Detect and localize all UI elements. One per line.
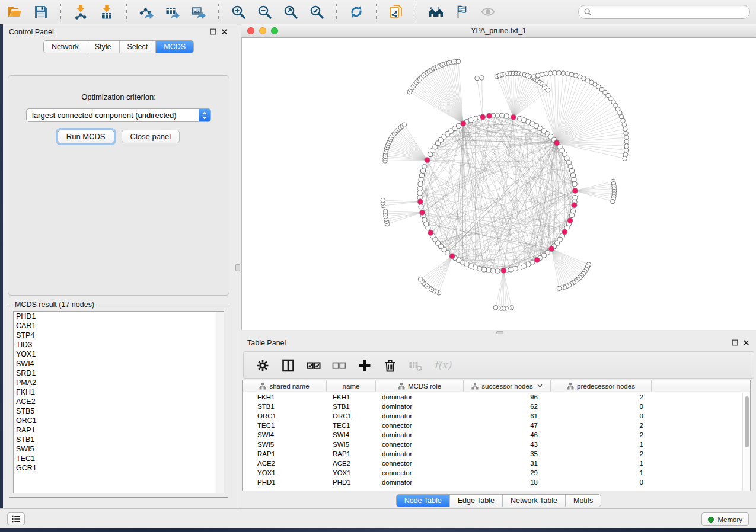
network-canvas[interactable]	[241, 38, 756, 330]
scrollbar-thumb[interactable]	[745, 396, 749, 447]
show-all-button[interactable]	[479, 3, 497, 21]
table-row[interactable]: SWI4SWI4dominator462	[243, 430, 750, 440]
column-header-shared-name[interactable]: shared name	[243, 380, 327, 392]
save-session-button[interactable]	[32, 3, 50, 21]
horizontal-splitter[interactable]	[241, 330, 756, 335]
zoom-fit-icon	[283, 4, 298, 20]
close-icon[interactable]	[221, 28, 228, 36]
tab-style[interactable]: Style	[87, 41, 120, 53]
table-row[interactable]: TEC1TEC1connector472	[243, 421, 750, 430]
table-options-button[interactable]	[254, 357, 270, 373]
mcds-result-item[interactable]: SWI5	[14, 444, 224, 454]
mcds-result-item[interactable]: ORC1	[14, 416, 224, 425]
first-neighbors-button[interactable]	[427, 3, 445, 21]
zoom-selected-button[interactable]	[308, 3, 326, 21]
run-mcds-button[interactable]: Run MCDS	[58, 130, 114, 143]
tab-network-table[interactable]: Network Table	[503, 495, 566, 507]
network-window-titlebar: YPA_prune.txt_1	[241, 24, 756, 38]
toggle-columns-button[interactable]	[280, 357, 295, 373]
float-icon[interactable]	[209, 28, 217, 36]
mcds-result-item[interactable]: STB1	[14, 435, 224, 444]
table-header: shared namenameMCDS rolesuccessor nodesp…	[243, 380, 750, 392]
zoom-selected-icon	[309, 4, 324, 20]
apply-layout-icon	[349, 4, 364, 20]
column-header-name[interactable]: name	[327, 380, 376, 392]
mcds-result-item[interactable]: FKH1	[14, 387, 224, 397]
column-header-predecessor-nodes[interactable]: predecessor nodes	[551, 380, 652, 392]
zoom-out-button[interactable]	[256, 3, 273, 21]
memory-button[interactable]: Memory	[701, 512, 749, 526]
float-icon[interactable]	[731, 339, 739, 347]
tab-mcds[interactable]: MCDS	[156, 41, 193, 53]
toolbar-separator	[126, 4, 127, 20]
import-table-button[interactable]	[98, 3, 116, 21]
hide-selected-button[interactable]	[453, 3, 471, 21]
optimization-criterion-select[interactable]: largest connected component (undirected)	[26, 108, 211, 122]
table-scrollbar[interactable]	[742, 393, 750, 491]
mcds-result-item[interactable]: SRD1	[14, 368, 224, 378]
main-toolbar	[0, 0, 756, 24]
mcds-result-item[interactable]: STP4	[14, 331, 224, 340]
close-panel-button[interactable]: Close panel	[122, 130, 180, 143]
deselect-all-rows-button[interactable]	[331, 357, 346, 373]
import-network-button[interactable]	[72, 3, 90, 21]
minimize-window-icon[interactable]	[259, 27, 266, 34]
table-body: FKH1FKH1dominator962STB1STB1dominator620…	[243, 392, 750, 487]
mcds-result-item[interactable]: TEC1	[14, 454, 224, 463]
column-header-MCDS-role[interactable]: MCDS role	[376, 380, 464, 392]
show-panels-button[interactable]	[7, 512, 25, 525]
mcds-result-item[interactable]: YOX1	[14, 350, 224, 359]
tab-edge-table[interactable]: Edge Table	[450, 495, 503, 507]
table-row[interactable]: ACE2ACE2connector311	[243, 459, 750, 468]
zoom-fit-button[interactable]	[282, 3, 299, 21]
zoom-in-button[interactable]	[229, 3, 247, 21]
select-all-rows-button[interactable]	[305, 357, 321, 373]
table-row[interactable]: RAP1RAP1dominator352	[243, 449, 750, 459]
tab-motifs[interactable]: Motifs	[566, 495, 601, 507]
table-row[interactable]: STB1STB1dominator620	[243, 402, 750, 411]
control-panel-title: Control Panel	[9, 28, 54, 36]
function-builder-button[interactable]: f(x)	[433, 357, 448, 373]
mcds-list-scrollbar[interactable]	[216, 312, 224, 493]
mcds-result-item[interactable]: SWI4	[14, 359, 224, 368]
export-table-button[interactable]	[164, 3, 181, 21]
mcds-result-item[interactable]: PMA2	[14, 378, 224, 387]
mcds-result-item[interactable]: GCR1	[14, 463, 224, 473]
mcds-result-item[interactable]: RAP1	[14, 425, 224, 435]
import-table-icon	[99, 4, 114, 20]
table-row[interactable]: YOX1YOX1connector291	[243, 468, 750, 477]
mcds-result-item[interactable]: TID3	[14, 340, 224, 350]
table-row[interactable]: SWI5SWI5connector431	[243, 440, 750, 449]
close-icon[interactable]	[742, 339, 750, 347]
table-row[interactable]: ORC1ORC1dominator610	[243, 411, 750, 421]
table-row[interactable]: PHD1PHD1dominator180	[243, 477, 750, 487]
export-image-icon	[191, 4, 206, 20]
export-network-button[interactable]	[138, 3, 155, 21]
mcds-result-item[interactable]: PHD1	[14, 312, 224, 321]
mcds-result-item[interactable]: STB5	[14, 406, 224, 416]
mcds-result-item[interactable]: CAR1	[14, 321, 224, 331]
search-box[interactable]	[578, 5, 750, 19]
tab-node-table[interactable]: Node Table	[397, 495, 450, 507]
column-header-successor-nodes[interactable]: successor nodes	[464, 380, 551, 392]
node-table: shared namenameMCDS rolesuccessor nodesp…	[242, 380, 751, 491]
apply-layout-button[interactable]	[347, 3, 365, 21]
vertical-splitter[interactable]	[234, 24, 241, 508]
tab-network[interactable]: Network	[44, 41, 87, 53]
open-file-button[interactable]	[6, 3, 24, 21]
splitter-grip[interactable]	[496, 331, 503, 334]
splitter-grip[interactable]	[235, 264, 240, 271]
toolbar-icon-groups	[6, 3, 497, 21]
network-overview-button[interactable]	[387, 3, 405, 21]
tab-select[interactable]: Select	[120, 41, 157, 53]
close-window-icon[interactable]	[247, 27, 254, 34]
create-column-button[interactable]	[356, 357, 372, 373]
search-icon	[584, 8, 592, 16]
destroy-table-button[interactable]	[407, 357, 423, 373]
export-image-button[interactable]	[190, 3, 208, 21]
table-row[interactable]: FKH1FKH1dominator962	[243, 392, 750, 402]
maximize-window-icon[interactable]	[271, 27, 278, 34]
search-input[interactable]	[595, 8, 744, 16]
delete-columns-button[interactable]	[382, 357, 397, 373]
mcds-result-item[interactable]: ACE2	[14, 397, 224, 406]
